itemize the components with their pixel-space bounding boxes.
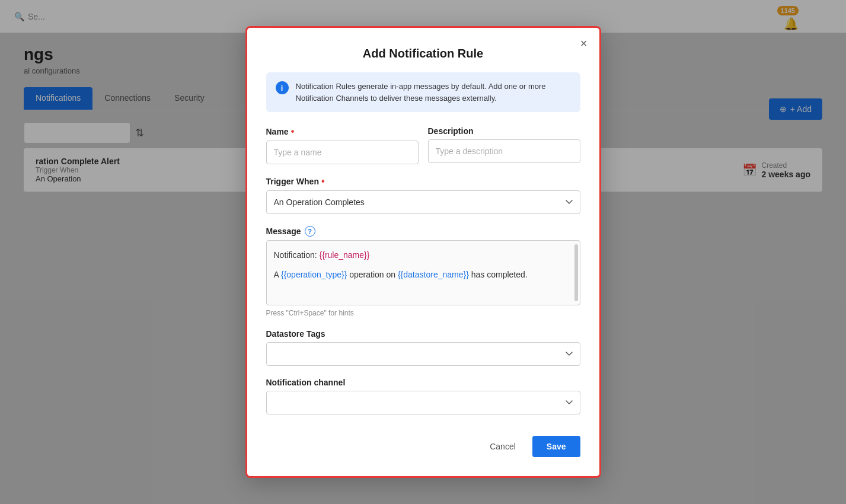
name-label: Name • xyxy=(266,126,419,137)
message-line-1: Notification: {{rule_name}} xyxy=(274,249,573,261)
description-input[interactable] xyxy=(428,139,580,163)
name-group: Name • xyxy=(266,126,419,164)
message-prefix-1: Notification: xyxy=(274,250,320,260)
description-label: Description xyxy=(428,126,580,136)
datastore-tags-label: Datastore Tags xyxy=(266,329,580,339)
trigger-required: • xyxy=(321,176,325,187)
message-suffix: has completed. xyxy=(469,270,528,279)
close-button[interactable]: × xyxy=(580,37,588,49)
info-banner: i Notification Rules generate in-app mes… xyxy=(266,72,580,112)
notification-channel-label: Notification channel xyxy=(266,378,580,387)
datastore-tags-select[interactable] xyxy=(266,342,580,366)
message-middle: operation on xyxy=(347,270,398,279)
notification-channel-section: Notification channel xyxy=(266,378,580,414)
message-help-icon[interactable]: ? xyxy=(305,226,315,237)
modal-footer: Cancel Save xyxy=(266,431,580,457)
save-button[interactable]: Save xyxy=(532,436,580,457)
modal-wrapper: × Add Notification Rule i Notification R… xyxy=(0,0,846,504)
cancel-button[interactable]: Cancel xyxy=(480,437,525,456)
trigger-when-label: Trigger When • xyxy=(266,176,580,187)
datastore-name-var: {{datastore_name}} xyxy=(398,270,469,279)
name-required: • xyxy=(291,126,295,137)
message-scrollbar xyxy=(574,244,578,301)
message-line-2: A {{operation_type}} operation on {{data… xyxy=(274,269,573,281)
datastore-tags-section: Datastore Tags xyxy=(266,329,580,366)
add-notification-rule-modal: × Add Notification Rule i Notification R… xyxy=(245,26,601,478)
name-description-row: Name • Description xyxy=(266,126,580,164)
message-hint: Press "Ctrl+Space" for hints xyxy=(266,309,580,317)
operation-type-var: {{operation_type}} xyxy=(281,270,347,279)
message-area[interactable]: Notification: {{rule_name}} A {{operatio… xyxy=(266,240,580,305)
name-input[interactable] xyxy=(266,141,419,164)
notification-channel-select[interactable] xyxy=(266,391,580,414)
trigger-when-group: Trigger When • An Operation CompletesAn … xyxy=(266,176,580,214)
modal-title: Add Notification Rule xyxy=(266,47,580,60)
rule-name-var: {{rule_name}} xyxy=(320,250,370,260)
info-text: Notification Rules generate in-app messa… xyxy=(296,81,571,104)
message-label: Message ? xyxy=(266,226,580,237)
description-group: Description xyxy=(428,126,580,164)
message-prefix-2: A xyxy=(274,270,281,279)
trigger-when-select[interactable]: An Operation CompletesAn Operation Fails… xyxy=(266,190,580,214)
info-icon: i xyxy=(276,81,289,94)
message-section: Message ? Notification: {{rule_name}} A … xyxy=(266,226,580,317)
